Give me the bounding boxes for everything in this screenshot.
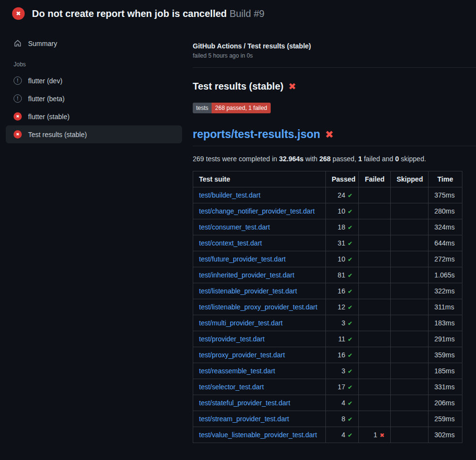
passed-count: 4	[341, 431, 345, 439]
test-suite-link[interactable]: test/consumer_test.dart	[199, 223, 270, 231]
passed-count: 81	[338, 271, 345, 279]
sidebar-item-test-results-stable[interactable]: ✖ Test results (stable)	[6, 125, 182, 143]
failed-count: 1	[373, 431, 377, 439]
table-row: test/builder_test.dart 24✔ 375ms	[193, 187, 462, 203]
sidebar-item-flutter-stable[interactable]: ✖ flutter (stable)	[6, 107, 182, 125]
build-title: Do not create report when job is cancell…	[32, 8, 227, 19]
check-icon: ✔	[348, 240, 353, 247]
exclamation-icon: !	[17, 96, 18, 101]
divider	[193, 67, 476, 68]
table-row: test/stateful_provider_test.dart 4✔ 206m…	[193, 395, 462, 411]
time-cell: 291ms	[429, 331, 462, 347]
failed-status-icon: ✖	[14, 112, 22, 121]
check-icon: ✔	[348, 192, 353, 199]
jobs-section-label: Jobs	[6, 52, 182, 72]
time-cell: 272ms	[429, 251, 462, 267]
passed-count: 3	[341, 367, 345, 375]
results-table-body: test/builder_test.dart 24✔ 375ms test/ch…	[193, 187, 462, 443]
table-row: test/value_listenable_provider_test.dart…	[193, 427, 462, 443]
time-cell: 1.065s	[429, 267, 462, 283]
col-header-failed: Failed	[359, 171, 391, 187]
col-header-time: Time	[429, 171, 462, 187]
test-suite-link[interactable]: test/listenable_provider_test.dart	[199, 287, 297, 295]
cancelled-status-icon: !	[14, 77, 22, 85]
time-cell: 311ms	[429, 299, 462, 315]
test-suite-link[interactable]: test/value_listenable_provider_test.dart	[199, 431, 317, 439]
cancelled-status-icon: !	[14, 94, 22, 103]
col-header-test-suite: Test suite	[193, 171, 326, 187]
x-icon: ✖	[380, 432, 384, 439]
passed-count: 4	[341, 399, 345, 407]
run-status-text: failed 5 hours ago in 0s	[193, 52, 476, 59]
summary-line: 269 tests were completed in 32.964s with…	[193, 155, 476, 163]
table-row: test/change_notifier_provider_test.dart …	[193, 203, 462, 219]
passed-count: 10	[338, 207, 345, 215]
results-table: Test suite Passed Failed Skipped Time te…	[193, 171, 462, 443]
sidebar-item-flutter-dev[interactable]: ! flutter (dev)	[6, 72, 182, 90]
check-icon: ✔	[348, 416, 353, 423]
time-cell: 302ms	[429, 427, 462, 443]
time-cell: 644ms	[429, 235, 462, 251]
table-row: test/consumer_test.dart 18✔ 324ms	[193, 219, 462, 235]
test-suite-link[interactable]: test/context_test.dart	[199, 239, 262, 247]
sidebar: Summary Jobs ! flutter (dev) ! flutter (…	[0, 24, 188, 143]
passed-count: 12	[338, 303, 345, 311]
sidebar-item-summary[interactable]: Summary	[6, 34, 182, 52]
section-title-text: Test results (stable)	[193, 81, 283, 92]
time-cell: 259ms	[429, 411, 462, 427]
passed-count: 31	[338, 239, 345, 247]
table-row: test/proxy_provider_test.dart 16✔ 359ms	[193, 347, 462, 363]
test-suite-link[interactable]: test/inherited_provider_test.dart	[199, 271, 294, 279]
check-icon: ✔	[348, 304, 353, 311]
check-icon: ✔	[348, 336, 353, 343]
time-cell: 206ms	[429, 395, 462, 411]
test-suite-link[interactable]: test/proxy_provider_test.dart	[199, 351, 285, 359]
col-header-passed: Passed	[326, 171, 359, 187]
test-suite-link[interactable]: test/builder_test.dart	[199, 191, 261, 199]
check-icon: ✔	[348, 352, 353, 359]
test-suite-link[interactable]: test/change_notifier_provider_test.dart	[199, 207, 315, 215]
table-row: test/reassemble_test.dart 3✔ 185ms	[193, 363, 462, 379]
build-failed-icon: ✖	[12, 7, 25, 20]
time-cell: 375ms	[429, 187, 462, 203]
job-label: flutter (dev)	[28, 77, 62, 85]
check-icon: ✔	[348, 256, 353, 263]
time-cell: 185ms	[429, 363, 462, 379]
table-row: test/future_provider_test.dart 10✔ 272ms	[193, 251, 462, 267]
table-row: test/selector_test.dart 17✔ 331ms	[193, 379, 462, 395]
test-suite-link[interactable]: test/provider_test.dart	[199, 335, 264, 343]
summary-skipped-count: 0	[395, 155, 399, 163]
tests-badge: tests 268 passed, 1 failed	[193, 103, 271, 113]
time-cell: 322ms	[429, 283, 462, 299]
passed-count: 17	[338, 383, 345, 391]
badge-value: 268 passed, 1 failed	[212, 103, 270, 113]
check-icon: ✔	[348, 400, 353, 407]
test-suite-link[interactable]: test/reassemble_test.dart	[199, 367, 275, 375]
page-title: Do not create report when job is cancell…	[32, 7, 264, 20]
test-suite-link[interactable]: test/selector_test.dart	[199, 383, 264, 391]
badge-label: tests	[193, 103, 212, 113]
check-icon: ✔	[348, 272, 353, 279]
summary-text: failed and	[362, 155, 396, 163]
test-suite-link[interactable]: test/stateful_provider_test.dart	[199, 399, 290, 407]
report-heading: reports/test-results.json ✖	[193, 128, 476, 146]
test-suite-link[interactable]: test/future_provider_test.dart	[199, 255, 286, 263]
table-row: test/context_test.dart 31✔ 644ms	[193, 235, 462, 251]
passed-count: 16	[338, 351, 345, 359]
table-row: test/listenable_provider_test.dart 16✔ 3…	[193, 283, 462, 299]
time-cell: 183ms	[429, 315, 462, 331]
passed-count: 3	[341, 319, 345, 327]
test-suite-link[interactable]: test/listenable_proxy_provider_test.dart	[199, 303, 317, 311]
table-row: test/inherited_provider_test.dart 81✔ 1.…	[193, 267, 462, 283]
x-icon: ✖	[16, 133, 19, 137]
test-suite-link[interactable]: test/multi_provider_test.dart	[199, 319, 283, 327]
passed-count: 11	[338, 335, 345, 343]
job-label: flutter (stable)	[28, 113, 70, 121]
report-file-link[interactable]: reports/test-results.json	[193, 128, 320, 141]
check-icon: ✔	[348, 224, 353, 231]
test-suite-link[interactable]: test/stream_provider_test.dart	[199, 415, 289, 423]
summary-text: skipped.	[399, 155, 426, 163]
build-header: ✖ Do not create report when job is cance…	[0, 0, 476, 24]
table-row: test/multi_provider_test.dart 3✔ 183ms	[193, 315, 462, 331]
sidebar-item-flutter-beta[interactable]: ! flutter (beta)	[6, 90, 182, 107]
